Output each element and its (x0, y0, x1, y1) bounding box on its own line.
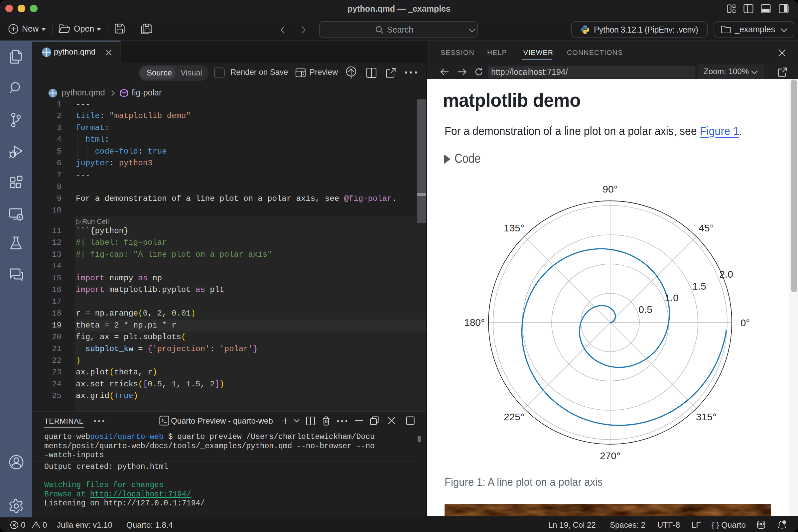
svg-text:1.0: 1.0 (665, 292, 679, 303)
svg-text:225°: 225° (504, 411, 524, 422)
svg-text:270°: 270° (600, 450, 621, 461)
svg-text:0°: 0° (740, 317, 750, 328)
svg-text:135°: 135° (504, 223, 524, 233)
svg-text:1.5: 1.5 (692, 281, 706, 291)
svg-text:45°: 45° (699, 223, 714, 233)
svg-text:180°: 180° (464, 317, 485, 328)
svg-text:90°: 90° (603, 184, 618, 194)
svg-text:2.0: 2.0 (719, 269, 733, 280)
svg-text:315°: 315° (696, 411, 717, 422)
svg-text:0.5: 0.5 (639, 304, 652, 315)
